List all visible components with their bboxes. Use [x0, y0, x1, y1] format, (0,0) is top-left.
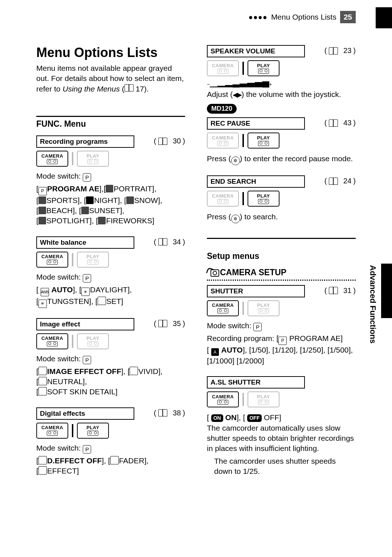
tape-icon — [217, 69, 228, 74]
awb-icon: AWB — [41, 288, 49, 296]
camera-mode-badge: CAMERA — [36, 151, 68, 167]
p-box-icon: P — [83, 173, 91, 182]
black-tab-top — [376, 7, 392, 28]
soft-skin-icon — [38, 387, 47, 395]
program-ae-icon: P — [38, 187, 47, 195]
camera-play-indicator: CAMERA PLAY — [207, 391, 356, 407]
book-icon — [329, 119, 338, 127]
mode-switch-line: Mode switch: P — [36, 444, 185, 454]
portrait-icon — [106, 185, 113, 192]
camera-play-indicator: CAMERA PLAY — [207, 133, 356, 149]
tape-icon — [217, 308, 228, 313]
camera-mode-badge: CAMERA — [207, 391, 239, 407]
snow-icon — [126, 196, 134, 204]
fader-icon — [110, 456, 119, 464]
digital-effects-label: Digital effects — [36, 407, 134, 420]
speaker-volume-text: Adjust (◀▶) the volume with the joystick… — [207, 89, 356, 99]
book-icon — [158, 320, 167, 327]
top-header: ●●●● Menu Options Lists 25 — [36, 11, 356, 23]
play-mode-badge-disabled: PLAY — [77, 252, 109, 268]
tape-icon — [87, 431, 98, 436]
auto-icon: A — [211, 348, 219, 356]
speaker-volume-label: SPEAKER VOLUME — [207, 45, 305, 57]
book-icon — [329, 287, 338, 294]
fireworks-icon — [98, 217, 106, 224]
camera-mode-badge-disabled: CAMERA — [207, 191, 239, 207]
rec-pause-text: Press (✲) to enter the record pause mode… — [207, 154, 356, 165]
image-effect-off-icon — [38, 367, 47, 375]
camera-mode-badge-disabled: CAMERA — [207, 60, 239, 76]
off-badge-icon: OFF — [247, 414, 262, 422]
tape-icon — [258, 141, 269, 146]
tape-icon — [258, 400, 269, 405]
mode-switch-line: Mode switch: P — [207, 321, 356, 331]
camera-mode-badge: CAMERA — [207, 300, 239, 316]
shutter-options: [ A AUTO], [1/50], [1/120], [1/250], [1/… — [207, 345, 356, 366]
setup-menus-heading: Setup menus — [207, 251, 356, 261]
rec-pause-page-ref: ( 43) — [324, 119, 356, 127]
shutter-recording-program: Recording program: [P PROGRAM AE] — [207, 333, 356, 345]
vivid-icon — [130, 367, 138, 375]
p-box-icon: P — [253, 323, 262, 331]
camera-play-indicator: CAMERA PLAY — [36, 423, 185, 439]
model-badge: MD120 — [207, 104, 237, 114]
tape-icon — [258, 308, 269, 313]
mode-switch-line: Mode switch: P — [36, 354, 185, 364]
end-search-label: END SEARCH — [207, 175, 305, 188]
recording-programs-label: Recording programs — [36, 135, 134, 148]
recording-programs-options: [PPROGRAM AE],[PORTRAIT], [SPORTS], [NIG… — [36, 184, 185, 226]
set-wb-icon — [98, 297, 106, 305]
recording-programs-page-ref: ( 30) — [154, 137, 185, 145]
spotlight-icon — [38, 217, 46, 224]
tape-icon — [47, 431, 58, 436]
camera-play-indicator: CAMERA PLAY — [207, 300, 356, 316]
p-box-icon: P — [83, 274, 91, 282]
shutter-page-ref: ( 31) — [324, 286, 356, 295]
volume-bar: −▁▁▂▂▃▃▄▄▅▅▆▆▇▇██+ — [207, 81, 356, 87]
sports-icon — [38, 196, 46, 204]
camera-play-indicator: CAMERA PLAY — [207, 191, 356, 207]
speaker-volume-page-ref: ( 23) — [324, 46, 356, 55]
program-ae-icon: P — [278, 337, 287, 345]
deffect-off-icon — [38, 456, 47, 464]
image-effect-page-ref: ( 35) — [154, 320, 185, 328]
asl-shutter-description: The camcorder automatically uses slow sh… — [207, 423, 356, 454]
side-label: Advanced Functions — [368, 265, 377, 343]
set-button-icon: ✲ — [231, 156, 240, 165]
camera-mode-badge: CAMERA — [36, 423, 68, 439]
tape-icon — [258, 69, 269, 74]
camera-setup-heading: CAMERA SETUP — [207, 268, 356, 277]
book-icon — [329, 178, 338, 185]
white-balance-options: [ AWB AUTO], [☀DAYLIGHT], [✳TUNGSTEN], [… — [36, 285, 185, 308]
effect-icon — [38, 466, 47, 475]
tape-icon — [47, 159, 58, 164]
header-dots: ●●●● — [249, 13, 268, 21]
tape-icon — [217, 199, 228, 204]
on-badge-icon: ON — [211, 414, 223, 422]
book-icon — [158, 138, 167, 145]
camera-mode-badge-disabled: CAMERA — [207, 133, 239, 149]
play-mode-badge: PLAY — [248, 133, 279, 149]
camera-setup-icon — [207, 268, 218, 277]
tape-icon — [217, 400, 228, 405]
play-mode-badge: PLAY — [77, 423, 109, 439]
book-icon — [158, 238, 167, 245]
sunset-icon — [81, 207, 89, 214]
camera-mode-badge: CAMERA — [36, 333, 68, 349]
book-icon — [124, 84, 134, 92]
play-mode-badge: PLAY — [248, 191, 279, 207]
p-box-icon: P — [83, 445, 91, 454]
asl-shutter-options: [ ON ON], [ OFF OFF] — [207, 412, 356, 423]
white-balance-label: White balance — [36, 236, 134, 249]
tape-icon — [87, 159, 98, 164]
p-box-icon: P — [83, 356, 91, 364]
end-search-page-ref: ( 24) — [324, 177, 356, 185]
side-tab — [381, 264, 392, 318]
main-title: Menu Options Lists — [36, 45, 185, 60]
tape-icon — [258, 199, 269, 204]
rec-pause-label: REC PAUSE — [207, 117, 305, 130]
play-mode-badge-disabled: PLAY — [248, 391, 279, 407]
mode-switch-line: Mode switch: P — [36, 172, 185, 182]
func-menu-heading: FUNC. Menu — [36, 116, 185, 129]
tape-icon — [47, 260, 58, 265]
